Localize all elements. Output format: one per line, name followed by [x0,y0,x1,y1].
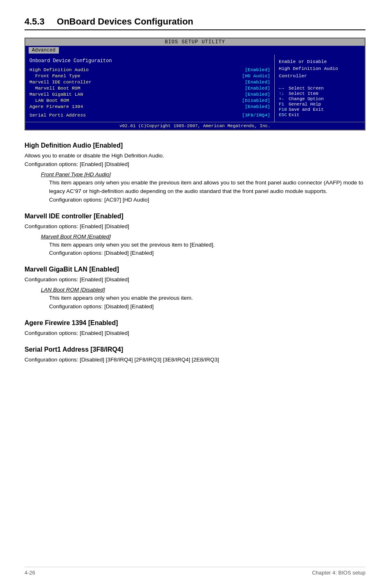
bios-box: BIOS SETUP UTILITY Advanced Onboard Devi… [25,38,365,130]
bios-item-label: Marvell Boot ROM [29,85,80,91]
doc-sub-body: This item appears only when you enable t… [49,179,365,204]
bios-item-label: LAN Boot ROM [29,98,69,103]
doc-section-marvell-lan: Marvell GigaBit LAN [Enabled]Configurati… [25,266,365,311]
doc-body: Configuration options: [Enabled] [Disabl… [25,222,365,231]
bios-item-value: [Enabled] [245,104,270,109]
section-heading: 4.5.3 OnBoard Devices Configuration [25,16,365,30]
bios-key-row: F1General Help [279,102,361,107]
bios-item-row: LAN Boot ROM[Disabled] [29,98,270,103]
bios-title: BIOS SETUP UTILITY [25,38,365,46]
bios-help-sub2: Controller [279,73,307,79]
bios-address-row: Serial Port1 Address [3F8/IRQ4] [29,112,270,118]
bios-left-panel: Onboard Device Configuraiton High Defini… [25,55,275,122]
bios-item-value: [HD Audio] [242,73,270,79]
doc-sections: High Definition Audio [Enabled]Allows yo… [25,142,365,364]
bios-key-row: ←→Select Screen [279,86,361,91]
bios-item-row: Marvell IDE controller[Enabled] [29,79,270,85]
doc-sub-body: This item appears only when you enable t… [49,294,365,311]
bios-key-label: General Help [289,102,321,107]
doc-section-marvell-ide: Marvell IDE controller [Enabled]Configur… [25,213,365,258]
bios-item-value: [Disabled] [242,98,270,103]
bios-item-value: [Enabled] [245,92,270,97]
bios-item-row: Marvell GigaBit LAN[Enabled] [29,92,270,97]
bios-key-label: Change Option [289,97,324,101]
doc-body: Allows you to enable or disable the High… [25,152,365,169]
bios-item-value: [Enabled] [245,67,270,72]
footer-right: Chapter 4: BIOS setup [312,570,365,576]
bios-keys: ←→Select Screen↑↓Select Item+-Change Opt… [279,86,361,117]
bios-help-subtitle: High Definition Audio [279,66,338,71]
doc-heading: Marvell GigaBit LAN [Enabled] [25,266,365,273]
bios-body: Onboard Device Configuraiton High Defini… [25,55,365,122]
bios-item-label: Front Panel Type [29,73,80,79]
doc-body: Configuration options: [Enabled] [Disabl… [25,329,365,338]
bios-item-row: Front Panel Type[HD Audio] [29,73,270,79]
doc-subheading: LAN Boot ROM [Disabled] [41,287,365,293]
bios-key-label: Select Item [289,91,318,96]
doc-heading: Serial Port1 Address [3F8/IRQ4] [25,346,365,353]
bios-key-sym: ←→ [279,86,289,91]
bios-item-label: Marvell GigaBit LAN [29,92,83,97]
bios-key-row: ESCExit [279,112,361,117]
bios-key-label: Exit [289,112,299,117]
bios-item-label: High Definition Audio [29,67,89,72]
bios-key-sym: ESC [279,112,289,117]
bios-key-sym: ↑↓ [279,91,289,96]
bios-address-label: Serial Port1 Address [29,112,86,118]
bios-item-row: Agere Fireware 1394[Enabled] [29,104,270,109]
doc-heading: High Definition Audio [Enabled] [25,142,365,149]
bios-key-row: ↑↓Select Item [279,91,361,96]
bios-item-label: Agere Fireware 1394 [29,104,83,109]
bios-key-sym: F10 [279,107,289,112]
bios-key-label: Select Screen [289,86,324,91]
bios-item-row: High Definition Audio[Enabled] [29,67,270,72]
bios-item-row: Marvell Boot ROM[Enabled] [29,85,270,91]
bios-item-value: [Enabled] [245,79,270,85]
bios-item-value: [Enabled] [245,85,270,91]
bios-key-row: F10Save and Exit [279,107,361,112]
bios-right-panel: Enable or Disable High Definition Audio … [275,55,365,122]
bios-key-sym: F1 [279,102,289,107]
bios-item-label: Marvell IDE controller [29,79,92,85]
bios-footer: v02.61 (C)Copyright 1985-2007, American … [25,122,365,130]
doc-section-agere-fw: Agere Firewire 1394 [Enabled]Configurati… [25,319,365,338]
doc-subheading: Front Panel Type [HD Audio] [41,171,365,177]
doc-subheading: Marvell Boot ROM [Enabled] [41,233,365,240]
doc-heading: Agere Firewire 1394 [Enabled] [25,319,365,327]
bios-key-row: +-Change Option [279,97,361,101]
section-title: OnBoard Devices Configuration [57,16,193,27]
bios-help-text: Enable or Disable High Definition Audio … [279,58,361,79]
bios-items: High Definition Audio[Enabled] Front Pan… [29,67,270,109]
doc-heading: Marvell IDE controller [Enabled] [25,213,365,220]
bios-key-label: Save and Exit [289,107,324,112]
bios-key-sym: +- [279,97,289,101]
doc-sub-body: This item appears only when you set the … [49,241,365,258]
page-footer: 4-26 Chapter 4: BIOS setup [25,567,365,576]
section-number: 4.5.3 [25,16,45,27]
doc-section-serial-port: Serial Port1 Address [3F8/IRQ4]Configura… [25,346,365,364]
footer-left: 4-26 [25,570,35,576]
doc-section-hd-audio: High Definition Audio [Enabled]Allows yo… [25,142,365,204]
doc-body: Configuration options: [Enabled] [Disabl… [25,276,365,284]
bios-tab-advanced[interactable]: Advanced [29,47,59,54]
bios-tab-row: Advanced [25,46,365,55]
doc-body: Configuration options: [Disabled] [3F8/I… [25,356,365,364]
bios-help-title: Enable or Disable [279,59,327,64]
bios-section-label: Onboard Device Configuraiton [29,58,270,64]
bios-address-value: [3F8/IRQ4] [242,112,270,118]
